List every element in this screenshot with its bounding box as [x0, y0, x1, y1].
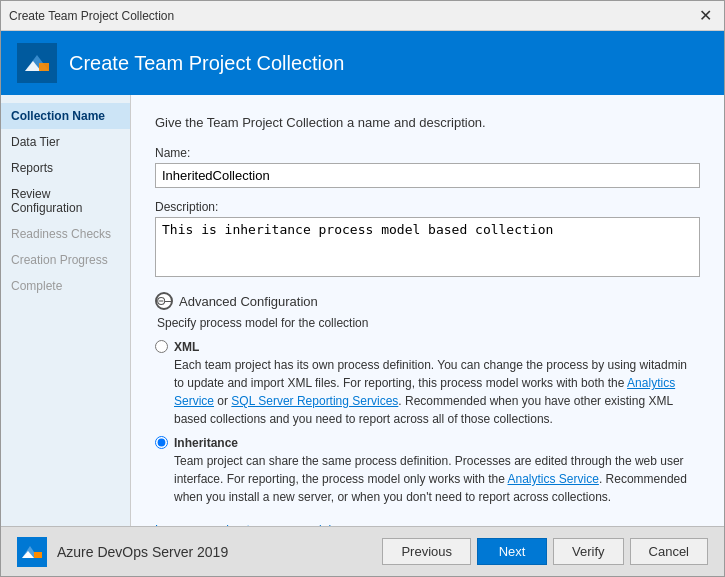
- xml-radio[interactable]: [155, 340, 168, 353]
- azure-devops-logo-icon: [17, 537, 47, 567]
- footer-buttons: Previous Next Verify Cancel: [382, 538, 708, 565]
- analytics-service-link-2[interactable]: Analytics Service: [508, 472, 599, 486]
- inheritance-description: Team project can share the same process …: [174, 452, 700, 506]
- verify-button[interactable]: Verify: [553, 538, 624, 565]
- sql-reporting-link[interactable]: SQL Server Reporting Services: [231, 394, 398, 408]
- sidebar-item-reports[interactable]: Reports: [1, 155, 130, 181]
- process-model-options: XML Each team project has its own proces…: [155, 338, 700, 506]
- window-title: Create Team Project Collection: [9, 9, 174, 23]
- xml-title: XML: [174, 338, 700, 356]
- previous-button[interactable]: Previous: [382, 538, 471, 565]
- description-field-group: Description: This is inheritance process…: [155, 200, 700, 280]
- process-model-label: Specify process model for the collection: [157, 316, 700, 330]
- page-description: Give the Team Project Collection a name …: [155, 115, 700, 130]
- sidebar-item-creation-progress: Creation Progress: [1, 247, 130, 273]
- advanced-toggle-button[interactable]: Advanced Configuration: [155, 292, 700, 310]
- next-button[interactable]: Next: [477, 538, 547, 565]
- sidebar: Collection Name Data Tier Reports Review…: [1, 95, 131, 526]
- xml-description: Each team project has its own process de…: [174, 356, 700, 428]
- description-input[interactable]: This is inheritance process model based …: [155, 217, 700, 277]
- xml-option-content: XML Each team project has its own proces…: [174, 338, 700, 428]
- footer-brand-section: Azure DevOps Server 2019: [17, 537, 228, 567]
- header-title: Create Team Project Collection: [69, 52, 344, 75]
- svg-rect-3: [39, 63, 49, 71]
- main-panel: Give the Team Project Collection a name …: [131, 95, 724, 526]
- header-logo-icon: [17, 43, 57, 83]
- sidebar-item-complete: Complete: [1, 273, 130, 299]
- content-area: Collection Name Data Tier Reports Review…: [1, 95, 724, 526]
- xml-option-row: XML Each team project has its own proces…: [155, 338, 700, 428]
- toggle-circle-icon: [155, 292, 173, 310]
- brand-label: Azure DevOps Server 2019: [57, 544, 228, 560]
- name-field-group: Name:: [155, 146, 700, 188]
- inheritance-radio[interactable]: [155, 436, 168, 449]
- sidebar-item-data-tier[interactable]: Data Tier: [1, 129, 130, 155]
- inheritance-option-row: Inheritance Team project can share the s…: [155, 434, 700, 506]
- svg-rect-10: [34, 552, 42, 558]
- advanced-toggle-label: Advanced Configuration: [179, 294, 318, 309]
- description-label: Description:: [155, 200, 700, 214]
- advanced-section: Advanced Configuration Specify process m…: [155, 292, 700, 526]
- sidebar-item-readiness-checks: Readiness Checks: [1, 221, 130, 247]
- inheritance-option-content: Inheritance Team project can share the s…: [174, 434, 700, 506]
- dialog-header: Create Team Project Collection: [1, 31, 724, 95]
- title-bar: Create Team Project Collection ✕: [1, 1, 724, 31]
- main-window: Create Team Project Collection ✕ Create …: [0, 0, 725, 577]
- cancel-button[interactable]: Cancel: [630, 538, 708, 565]
- name-input[interactable]: [155, 163, 700, 188]
- dialog-footer: Azure DevOps Server 2019 Previous Next V…: [1, 526, 724, 576]
- name-label: Name:: [155, 146, 700, 160]
- sidebar-item-review-configuration[interactable]: Review Configuration: [1, 181, 130, 221]
- inheritance-title: Inheritance: [174, 434, 700, 452]
- close-button[interactable]: ✕: [695, 6, 716, 25]
- sidebar-item-collection-name[interactable]: Collection Name: [1, 103, 130, 129]
